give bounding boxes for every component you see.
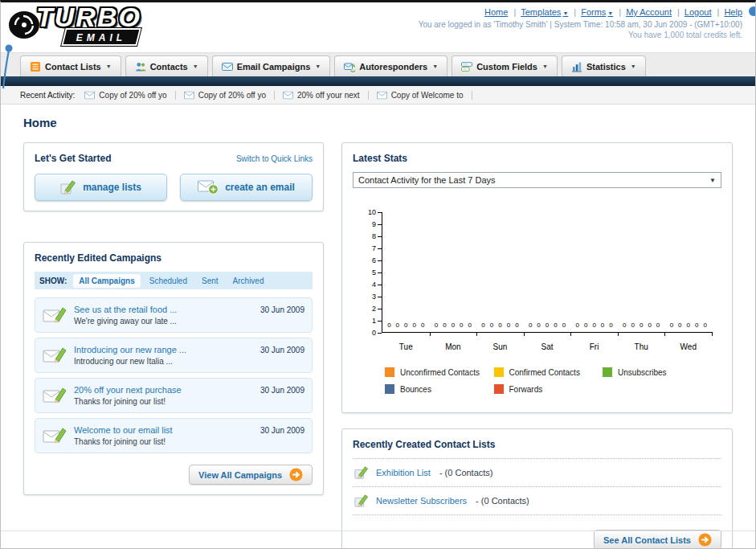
chart-value-group: 00000 xyxy=(430,316,477,332)
campaign-subtitle: Thanks for joining our list! xyxy=(74,397,253,406)
stats-period-dropdown[interactable]: Contact Activity for the Last 7 Days ▼ xyxy=(353,172,721,188)
chart-y-tick: 1 xyxy=(372,318,382,324)
chart-x-tick-label: Sat xyxy=(524,342,571,351)
recent-activity-item[interactable]: Copy of Welcome to xyxy=(377,91,472,100)
legend-swatch xyxy=(603,367,612,377)
chart-plot-groups: 00000000000000000000000000000000000 xyxy=(382,316,712,332)
tab-label: Email Campaigns xyxy=(237,62,311,72)
chart-y-tick: 10 xyxy=(368,209,382,215)
legend-item: Unconfirmed Contacts xyxy=(385,367,494,377)
campaign-date: 30 Jun 2009 xyxy=(260,424,304,435)
recent-activity-text: 20% off your next xyxy=(297,91,360,100)
chart-y-tick: 4 xyxy=(372,281,382,288)
chevron-down-icon: ▼ xyxy=(709,177,716,184)
chart-value-group: 00000 xyxy=(524,316,571,332)
filter-all-campaigns[interactable]: All Campaigns xyxy=(73,274,140,288)
campaign-list-item[interactable]: Introducing our new range ... Introducin… xyxy=(35,338,313,373)
chevron-down-icon: ▼ xyxy=(631,64,636,69)
chart-plot-area: 00000000000000000000000000000000000 xyxy=(382,212,712,333)
campaign-list-item[interactable]: 20% off your next purchase Thanks for jo… xyxy=(35,378,313,413)
chart-x-tick-label: Tue xyxy=(382,342,430,351)
recent-activity-text: Copy of Welcome to xyxy=(391,91,464,100)
legend-label: Confirmed Contacts xyxy=(509,368,580,377)
contact-list-item[interactable]: Exhibition List - (0 Contacts) xyxy=(353,459,721,487)
turbo-email-logo[interactable]: TURBO EMAIL xyxy=(6,4,141,46)
chart-y-tick: 9 xyxy=(372,221,382,227)
recent-activity-item[interactable]: Copy of 20% off yo xyxy=(184,91,275,100)
campaign-title-link[interactable]: Introducing our new range ... xyxy=(74,345,253,354)
legend-item: Forwards xyxy=(494,384,603,394)
nav-link-forms[interactable]: Forms▼ xyxy=(581,7,621,17)
campaign-list-item[interactable]: See us at the retail food ... We're givi… xyxy=(35,297,313,333)
nav-link-templates[interactable]: Templates▼ xyxy=(521,7,576,17)
nav-link-logout[interactable]: Logout xyxy=(684,7,720,17)
autoresponders-icon xyxy=(344,61,355,72)
envelope-pencil-icon xyxy=(43,385,67,404)
legend-item: Unsubscribes xyxy=(603,367,712,377)
envelope-pencil-icon xyxy=(43,305,67,324)
tab-contact-lists[interactable]: Contact Lists ▼ xyxy=(20,55,121,76)
chart-x-tick-label: Wed xyxy=(664,342,712,351)
campaign-title-link[interactable]: See us at the retail food ... xyxy=(74,305,253,314)
campaign-date: 30 Jun 2009 xyxy=(260,303,304,314)
tab-statistics[interactable]: Statistics ▼ xyxy=(562,55,646,76)
campaign-date: 30 Jun 2009 xyxy=(260,383,304,395)
contact-lists-icon xyxy=(30,61,41,72)
tab-custom-fields[interactable]: Custom Fields ▼ xyxy=(452,55,558,76)
logo-wordmark: TURBO EMAIL xyxy=(36,4,141,46)
pencil-icon xyxy=(354,465,369,480)
campaign-title-link[interactable]: Welcome to our email list xyxy=(74,425,253,435)
filter-scheduled[interactable]: Scheduled xyxy=(144,274,193,288)
contact-list-name-link[interactable]: Exhibition List xyxy=(376,468,431,477)
recent-activity-text: Copy of 20% off yo xyxy=(99,91,166,100)
tab-autoresponders[interactable]: Autoresponders ▼ xyxy=(334,55,447,76)
tab-email-campaigns[interactable]: Email Campaigns ▼ xyxy=(212,55,331,76)
manage-lists-button[interactable]: manage lists xyxy=(35,174,167,201)
filter-sent[interactable]: Sent xyxy=(196,274,224,288)
recent-activity-item[interactable]: Copy of 20% off yo xyxy=(84,91,175,100)
login-status-text: You are logged in as 'Timothy Smith' | S… xyxy=(419,20,742,29)
chart-x-labels: TueMonSunSatFriThuWed xyxy=(382,342,712,351)
filter-archived[interactable]: Archived xyxy=(227,274,270,288)
switch-quick-links-link[interactable]: Switch to Quick Links xyxy=(236,154,313,163)
contact-lists-panel-title: Recently Created Contact Lists xyxy=(353,439,721,450)
view-all-campaigns-button[interactable]: View All Campaigns xyxy=(189,465,313,485)
campaigns-panel-title: Recently Edited Campaigns xyxy=(35,252,313,264)
chart-value-group: 00000 xyxy=(664,316,712,332)
contact-list-count: - (0 Contacts) xyxy=(476,496,529,506)
chevron-down-icon: ▼ xyxy=(562,10,568,16)
nav-link-home[interactable]: Home xyxy=(484,7,516,17)
contact-list-name-link[interactable]: Newsletter Subscribers xyxy=(376,496,467,506)
logo-text-email: EMAIL xyxy=(76,32,126,43)
tab-contacts[interactable]: Contacts ▼ xyxy=(125,55,208,76)
chart-y-tick: 6 xyxy=(372,257,382,264)
main-nav-tabs: Contact Lists ▼ Contacts ▼ Email Campaig… xyxy=(1,52,755,76)
tab-label: Autoresponders xyxy=(359,62,427,72)
chevron-down-icon: ▼ xyxy=(607,10,613,16)
contacts-icon xyxy=(135,61,146,72)
nav-link-help[interactable]: Help xyxy=(724,7,742,17)
legend-swatch xyxy=(494,384,504,394)
chevron-down-icon: ▼ xyxy=(432,64,438,69)
chart-value-group: 00000 xyxy=(382,316,430,332)
create-email-button[interactable]: create an email xyxy=(180,174,313,201)
campaign-list-item[interactable]: Welcome to our email list Thanks for joi… xyxy=(35,418,313,453)
recent-activity-label: Recent Activity: xyxy=(20,91,75,100)
recently-edited-campaigns-panel: Recently Edited Campaigns SHOW: All Camp… xyxy=(23,242,324,495)
campaign-title-link[interactable]: 20% off your next purchase xyxy=(74,385,253,395)
corner-dot-decoration xyxy=(749,6,756,16)
page-title: Home xyxy=(23,116,733,129)
see-all-contact-lists-button[interactable]: See All Contact Lists xyxy=(594,530,721,549)
legend-label: Forwards xyxy=(509,385,543,394)
contact-list-item[interactable]: Newsletter Subscribers - (0 Contacts) xyxy=(353,487,721,515)
contact-list-count: - (0 Contacts) xyxy=(439,468,493,477)
recent-activity-item[interactable]: 20% off your next xyxy=(283,91,369,100)
chart-x-tick-label: Fri xyxy=(570,342,618,351)
envelope-pencil-icon xyxy=(43,345,67,364)
nav-link-my-account[interactable]: My Account xyxy=(626,7,680,17)
campaigns-filter-bar: SHOW: All Campaigns Scheduled Sent Archi… xyxy=(35,272,313,289)
envelope-plus-icon xyxy=(198,180,219,195)
legend-swatch xyxy=(494,367,504,377)
tab-label: Contacts xyxy=(150,62,188,72)
chart-value-group: 00000 xyxy=(570,316,618,332)
